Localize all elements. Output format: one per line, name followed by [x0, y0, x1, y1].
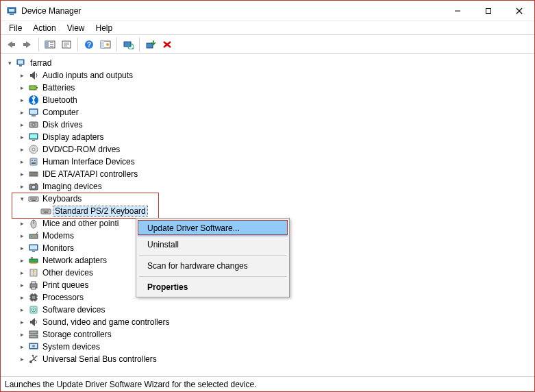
tree-category-dvd[interactable]: ▸ DVD/CD-ROM drives [1, 143, 534, 156]
tree-category-audio[interactable]: ▸ Audio inputs and outputs [1, 69, 534, 82]
tree-category-software[interactable]: ▸ Software devices [1, 304, 534, 316]
maximize-button[interactable] [473, 1, 503, 21]
menu-view[interactable]: View [62, 22, 90, 34]
tree-item-label: Display adapters [41, 132, 105, 142]
svg-rect-75 [30, 245, 37, 249]
tree-item-label: Keyboards [41, 194, 83, 204]
context-menu-scan-hardware[interactable]: Scan for hardware changes [138, 258, 288, 274]
svg-rect-86 [32, 296, 35, 299]
tree-root-label: farrad [29, 58, 53, 68]
tree-category-computer[interactable]: ▸ Computer [1, 106, 534, 119]
tree-expand-icon[interactable]: ▸ [17, 83, 27, 93]
tree-item-label: System devices [41, 342, 101, 352]
statusbar: Launches the Update Driver Software Wiza… [1, 376, 534, 391]
menu-action[interactable]: Action [27, 22, 61, 34]
tree-expand-icon[interactable]: ▸ [17, 219, 27, 228]
tree-expand-icon[interactable]: ▸ [17, 71, 27, 80]
tree-expand-icon[interactable]: ▸ [17, 243, 27, 253]
update-driver-button[interactable] [143, 37, 158, 52]
forward-button[interactable] [20, 37, 35, 52]
tree-item-label: Processors [41, 293, 85, 302]
tree-expand-icon[interactable]: ▸ [17, 305, 27, 315]
tree-category-imaging[interactable]: ▸ Imaging devices [1, 180, 534, 193]
tree-expand-icon[interactable]: ▸ [17, 157, 27, 167]
tree-category-battery[interactable]: ▸ Batteries [1, 82, 534, 94]
svg-rect-10 [45, 41, 49, 48]
tree-category-hid[interactable]: ▸ Human Interface Devices [1, 156, 534, 168]
show-hidden-devices-button[interactable] [98, 37, 113, 52]
tree-expand-icon[interactable]: ▸ [17, 169, 27, 179]
tree-collapse-icon[interactable]: ▾ [17, 194, 27, 204]
device-tree[interactable]: ▾ farrad ▸ Audio inputs and outputs ▸ Ba… [1, 54, 534, 376]
tree-category-usb[interactable]: ▸ Universal Serial Bus controllers [1, 353, 534, 365]
context-menu-update-driver[interactable]: Update Driver Software... [138, 220, 288, 236]
svg-rect-31 [19, 65, 22, 66]
tree-expand-icon[interactable]: ▸ [17, 132, 27, 142]
tree-category-disk[interactable]: ▸ Disk drives [1, 119, 534, 131]
svg-point-48 [32, 160, 33, 161]
tree-expand-icon[interactable]: ▸ [17, 120, 27, 130]
tree-item-label: Computer [41, 108, 80, 117]
tree-category-display[interactable]: ▸ Display adapters [1, 131, 534, 143]
tree-item-label: Standard PS/2 Keyboard [53, 206, 147, 216]
storage-icon [28, 329, 39, 340]
tree-expand-icon[interactable]: ▸ [17, 108, 27, 117]
svg-rect-33 [29, 86, 36, 90]
tree-expand-icon[interactable]: ▸ [17, 342, 27, 352]
tree-item-label: Batteries [41, 83, 76, 93]
svg-rect-1 [9, 9, 14, 12]
context-menu: Update Driver Software... Uninstall Scan… [136, 218, 290, 297]
tree-category-system[interactable]: ▸ System devices [1, 341, 534, 353]
tree-expand-icon[interactable]: ▸ [17, 280, 27, 290]
tree-expand-icon[interactable]: ▸ [17, 268, 27, 278]
back-button[interactable] [3, 37, 18, 52]
monitor-icon [28, 243, 39, 254]
menubar: File Action View Help [1, 21, 534, 35]
printer-icon [28, 280, 39, 291]
tree-expand-icon[interactable]: ▸ [17, 317, 27, 327]
svg-text:?: ? [87, 41, 91, 49]
context-menu-properties[interactable]: Properties [138, 279, 288, 295]
tree-item-label: Imaging devices [41, 182, 103, 191]
tree-category-keyboard[interactable]: ▾ Keyboards [1, 193, 534, 205]
tree-item-label: Storage controllers [41, 330, 113, 339]
toolbar-separator [77, 38, 78, 51]
help-button[interactable]: ? [82, 37, 97, 52]
svg-point-102 [36, 336, 37, 337]
imaging-icon [28, 181, 39, 192]
properties-button[interactable] [59, 37, 74, 52]
tree-expand-icon[interactable]: ▸ [17, 354, 27, 364]
tree-expand-icon[interactable]: ▸ [17, 182, 27, 191]
usb-icon [28, 354, 39, 365]
menu-help[interactable]: Help [90, 22, 119, 34]
battery-icon [28, 82, 39, 93]
close-button[interactable] [503, 1, 534, 21]
svg-point-72 [33, 236, 34, 237]
svg-rect-7 [12, 43, 15, 46]
tree-device-keyboard[interactable]: Standard PS/2 Keyboard [1, 205, 534, 217]
tree-category-storage[interactable]: ▸ Storage controllers [1, 328, 534, 341]
menu-file[interactable]: File [3, 22, 27, 34]
minimize-button[interactable] [442, 1, 473, 21]
device-manager-window: Device Manager File Action View Help ? ▾… [0, 0, 535, 392]
context-menu-uninstall[interactable]: Uninstall [138, 236, 288, 253]
svg-point-97 [33, 309, 34, 310]
tree-item-label: Modems [41, 231, 75, 241]
show-hide-console-tree-button[interactable] [42, 37, 58, 52]
tree-expand-icon[interactable]: ▸ [17, 95, 27, 105]
tree-expand-icon[interactable]: ▸ [17, 256, 27, 265]
uninstall-button[interactable] [160, 37, 175, 52]
tree-category-sound[interactable]: ▸ Sound, video and game controllers [1, 316, 534, 328]
tree-expand-icon[interactable]: ▸ [17, 231, 27, 241]
status-text: Launches the Update Driver Software Wiza… [5, 380, 257, 389]
tree-collapse-icon[interactable]: ▾ [5, 58, 14, 68]
svg-rect-38 [32, 115, 36, 117]
scan-for-hardware-changes-button[interactable] [121, 37, 136, 52]
tree-category-bluetooth[interactable]: ▸ Bluetooth [1, 94, 534, 106]
tree-root[interactable]: ▾ farrad [1, 57, 534, 69]
tree-category-ide[interactable]: ▸ IDE ATA/ATAPI controllers [1, 168, 534, 180]
tree-expand-icon[interactable]: ▸ [17, 293, 27, 302]
tree-expand-icon[interactable]: ▸ [17, 145, 27, 154]
svg-rect-30 [18, 60, 23, 64]
tree-expand-icon[interactable]: ▸ [17, 330, 27, 339]
